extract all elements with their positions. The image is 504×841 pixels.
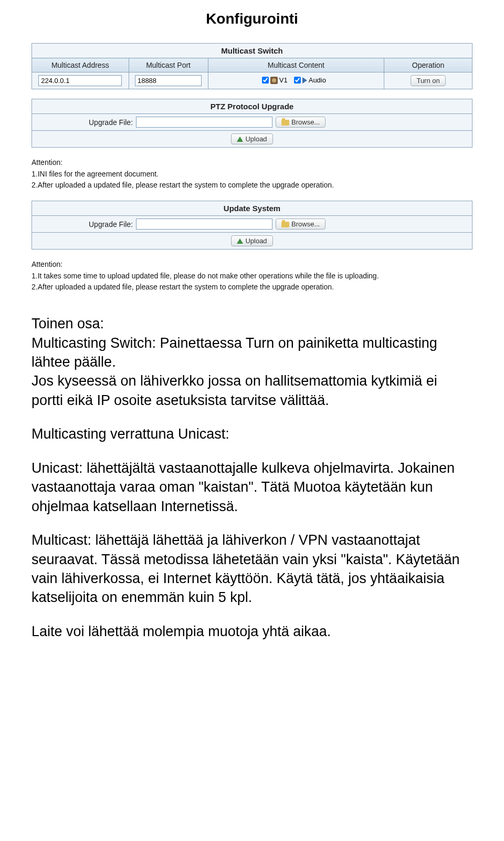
ptz-browse-label: Browse...: [291, 118, 320, 126]
upload-arrow-icon: [237, 238, 243, 244]
ptz-upgrade-file-label: Upgrade File:: [89, 118, 133, 127]
update-upload-label: Upload: [245, 237, 267, 245]
document-body: Toinen osa: Multicasting Switch: Painett…: [32, 314, 472, 641]
text-p5: Unicast: lähettäjältä vastaanottajalle k…: [32, 459, 472, 516]
audio-checkbox[interactable]: [294, 77, 301, 84]
text-p4: Multicasting verrattuna Unicast:: [32, 424, 472, 443]
ptz-file-row: Upgrade File: Browse...: [32, 114, 472, 131]
folder-icon: [281, 222, 289, 227]
camera-icon: [270, 77, 278, 84]
update-upload-button[interactable]: Upload: [231, 235, 272, 246]
operation-cell: Turn on: [384, 72, 472, 89]
v1-checkbox[interactable]: [262, 77, 269, 84]
v1-label: V1: [279, 76, 288, 84]
ptz-upload-label: Upload: [245, 135, 267, 143]
text-p6: Multicast: lähettäjä lähettää ja lähiver…: [32, 531, 472, 607]
col-multicast-address: Multicast Address: [32, 58, 129, 72]
ptz-attention-line1: 1.INI files for the agreement document.: [32, 169, 472, 180]
audio-check-group: Audio: [294, 76, 326, 84]
audio-label: Audio: [309, 76, 326, 84]
turn-on-label: Turn on: [416, 77, 439, 85]
update-browse-button[interactable]: Browse...: [276, 219, 326, 230]
speaker-icon: [302, 77, 307, 84]
ptz-upload-row: Upload: [32, 131, 472, 148]
multicast-port-input[interactable]: [135, 75, 202, 86]
ptz-attention-title: Attention:: [32, 157, 472, 169]
update-file-row: Upgrade File: Browse...: [32, 216, 472, 233]
ptz-browse-button[interactable]: Browse...: [276, 117, 326, 128]
multicast-content-cell: V1 Audio: [208, 72, 384, 89]
ptz-panel-title: PTZ Protocol Upgrade: [32, 99, 472, 114]
page-title: Konfigurointi: [32, 11, 472, 27]
ptz-upload-button[interactable]: Upload: [231, 133, 272, 144]
update-panel-title: Update System: [32, 201, 472, 216]
multicast-address-input[interactable]: [38, 75, 122, 86]
update-attention-line1: 1.It takes some time to upload updated f…: [32, 271, 472, 282]
text-p7: Laite voi lähettää molempia muotoja yhtä…: [32, 622, 472, 641]
text-p3: Jos kyseessä on lähiverkko jossa on hall…: [32, 373, 437, 408]
multicast-port-cell: [129, 72, 208, 89]
update-attention-title: Attention:: [32, 259, 472, 271]
ptz-upgrade-panel: PTZ Protocol Upgrade Upgrade File: Brows…: [32, 99, 472, 148]
ptz-attention-line2: 2.After uploaded a updated file, please …: [32, 180, 472, 191]
turn-on-button[interactable]: Turn on: [411, 75, 445, 86]
col-multicast-content: Multicast Content: [208, 58, 384, 72]
update-upload-row: Upload: [32, 233, 472, 250]
update-browse-label: Browse...: [291, 220, 320, 228]
update-attention: Attention: 1.It takes some time to uploa…: [32, 259, 472, 293]
v1-check-group: V1: [262, 76, 288, 84]
multicast-switch-panel: Multicast Switch Multicast Address Multi…: [32, 43, 472, 89]
folder-icon: [281, 120, 289, 126]
ptz-file-input[interactable]: [136, 117, 272, 128]
update-upgrade-file-label: Upgrade File:: [89, 220, 133, 229]
ptz-attention: Attention: 1.INI files for the agreement…: [32, 157, 472, 191]
col-operation: Operation: [384, 58, 472, 72]
text-p2: Multicasting Switch: Painettaessa Turn o…: [32, 335, 437, 370]
update-attention-line2: 2.After uploaded a updated file, please …: [32, 282, 472, 293]
col-multicast-port: Multicast Port: [129, 58, 208, 72]
multicast-panel-title: Multicast Switch: [32, 44, 472, 58]
multicast-address-cell: [32, 72, 129, 89]
text-p1: Toinen osa:: [32, 316, 104, 331]
update-system-panel: Update System Upgrade File: Browse... Up…: [32, 201, 472, 250]
upload-arrow-icon: [237, 137, 243, 142]
update-file-input[interactable]: [136, 219, 272, 230]
